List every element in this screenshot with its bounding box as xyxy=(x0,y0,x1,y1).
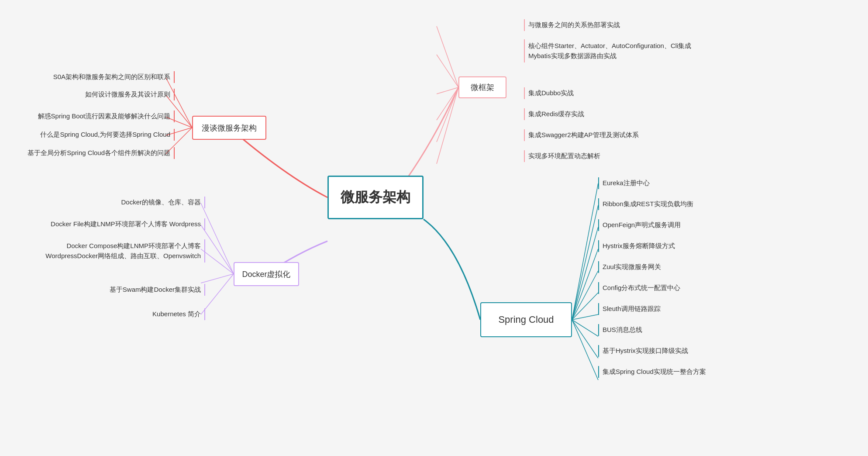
microservice-node: 漫谈微服务架构 xyxy=(192,116,266,140)
list-item: Eureka注册中心 xyxy=(598,177,653,189)
list-item: Config分布式统一配置中心 xyxy=(598,282,684,294)
list-item: 解惑Spring Boot流行因素及能够解决什么问题 xyxy=(34,111,175,122)
list-item: 基于Hystrix实现接口降级实战 xyxy=(598,345,692,357)
list-item: Ribbon集成REST实现负载均衡 xyxy=(598,198,697,210)
svg-line-10 xyxy=(437,26,458,87)
svg-line-12 xyxy=(437,87,458,94)
docker-label: Docker虚拟化 xyxy=(242,269,290,280)
list-item: 什么是Spring Cloud,为何要选择Spring Cloud xyxy=(37,129,175,141)
list-item: Zuul实现微服务网关 xyxy=(598,261,665,273)
list-item: Docker的镜像、仓库、容器 xyxy=(117,197,205,208)
list-item: 集成Swagger2构建AP管理及测试体系 xyxy=(524,129,642,141)
micro-framework-node: 微框架 xyxy=(458,76,506,98)
center-label: 微服务架构 xyxy=(341,188,410,207)
list-item: 实现多环境配置动态解析 xyxy=(524,150,604,162)
svg-line-8 xyxy=(572,320,598,358)
center-node: 微服务架构 xyxy=(327,176,424,219)
list-item: OpenFeign声明式服务调用 xyxy=(598,219,684,231)
list-item: S0A架构和微服务架构之间的区别和联系 xyxy=(50,71,175,83)
svg-line-1 xyxy=(572,205,598,320)
list-item: 与微服务之间的关系热部署实战 xyxy=(524,19,623,31)
svg-line-6 xyxy=(572,314,598,320)
list-item: 集成Dubbo实战 xyxy=(524,87,577,99)
svg-line-25 xyxy=(201,274,234,314)
svg-line-14 xyxy=(437,87,458,142)
microservice-label: 漫谈微服务架构 xyxy=(202,123,257,133)
list-item: Docker File构建LNMP环境部署个人博客 Wordpress xyxy=(47,218,205,230)
svg-line-0 xyxy=(572,183,598,320)
svg-line-3 xyxy=(572,249,598,320)
spring-cloud-label: Spring Cloud xyxy=(498,314,554,325)
mind-map-canvas: 微服务架构 Spring Cloud 微框架 Docker虚拟化 漫谈微服务架构… xyxy=(0,0,868,456)
list-item: 核心组件Starter、Actuator、AutoConfiguration、C… xyxy=(524,39,699,62)
list-item: Docker Compose构建LNMP环境部署个人博客WordpressDoc… xyxy=(39,239,205,263)
svg-line-7 xyxy=(572,320,598,336)
list-item: BUS消息总线 xyxy=(598,324,646,336)
list-item: 如何设计微服务及其设计原则 xyxy=(82,89,175,100)
svg-line-15 xyxy=(437,87,458,164)
svg-line-23 xyxy=(201,249,234,274)
spring-cloud-node: Spring Cloud xyxy=(480,302,572,337)
svg-line-9 xyxy=(572,320,598,380)
svg-line-22 xyxy=(201,225,234,274)
svg-line-13 xyxy=(437,87,458,120)
micro-framework-label: 微框架 xyxy=(471,82,494,93)
svg-line-21 xyxy=(201,203,234,274)
svg-line-11 xyxy=(437,55,458,87)
list-item: 基于Swam构建Docker集群实战 xyxy=(106,284,205,296)
list-item: 基于全局分析Spring Cloud各个组件所解决的问题 xyxy=(24,147,175,159)
list-item: Hystrix服务熔断降级方式 xyxy=(598,240,679,252)
docker-node: Docker虚拟化 xyxy=(234,262,299,286)
list-item: Sleuth调用链路跟踪 xyxy=(598,303,664,315)
list-item: 集成Redis缓存实战 xyxy=(524,108,588,120)
svg-line-24 xyxy=(201,274,234,283)
list-item: 集成Spring Cloud实现统一整合方案 xyxy=(598,366,710,378)
svg-line-4 xyxy=(572,271,598,320)
svg-line-2 xyxy=(572,227,598,320)
svg-line-5 xyxy=(572,293,598,320)
list-item: Kubernetes 简介 xyxy=(149,308,205,320)
